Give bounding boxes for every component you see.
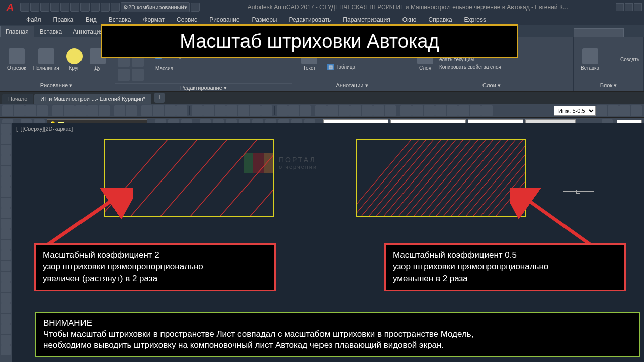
helix-icon[interactable] (1, 335, 11, 345)
tb-icon[interactable] (64, 105, 75, 116)
paste-icon[interactable] (111, 3, 120, 12)
menu-dimension[interactable]: Размеры (246, 15, 283, 25)
tb-icon[interactable] (215, 105, 226, 116)
tb-icon[interactable] (238, 105, 249, 116)
drawing-canvas[interactable]: [−][Сверху][2D-каркас] ПОРТАЛ о черчении (12, 123, 644, 362)
spline-icon[interactable] (1, 208, 11, 218)
tb-icon[interactable] (385, 105, 396, 116)
app-logo[interactable]: A (2, 0, 18, 14)
tb-icon[interactable] (25, 105, 36, 116)
make-block-icon[interactable] (1, 250, 11, 260)
tb-icon[interactable] (373, 105, 384, 116)
add-tab-button[interactable]: + (154, 93, 165, 103)
redo-icon[interactable] (126, 105, 137, 116)
print-icon[interactable] (91, 3, 100, 12)
tb-icon[interactable] (37, 105, 48, 116)
line-icon[interactable] (1, 124, 11, 134)
tb-icon[interactable] (250, 105, 261, 116)
tb-icon[interactable] (176, 105, 187, 116)
save-icon[interactable] (40, 3, 49, 12)
tb-icon[interactable] (75, 105, 87, 116)
tb-icon[interactable] (14, 105, 25, 116)
undo-icon[interactable] (114, 105, 125, 116)
tb-icon[interactable] (412, 105, 423, 116)
workspace-dropdown[interactable]: ⚙ 2D комбинированный ▾ (121, 2, 190, 12)
tb-icon[interactable] (203, 105, 214, 116)
circle-icon[interactable] (1, 187, 11, 197)
tb-icon[interactable] (350, 105, 361, 116)
wipeout-icon[interactable] (1, 324, 11, 334)
tab-home[interactable]: Главная (0, 26, 34, 37)
help-input[interactable] (574, 28, 624, 37)
polyline-icon[interactable] (1, 145, 11, 155)
menu-view[interactable]: Вид (79, 15, 103, 25)
maximize-icon[interactable] (625, 3, 633, 11)
copy-layer-props-label[interactable]: Копировать свойства слоя (439, 63, 569, 71)
viewport-label[interactable]: [−][Сверху][2D-каркас] (16, 126, 73, 132)
tb-icon[interactable] (631, 105, 642, 116)
dim-linear-icon[interactable] (277, 105, 288, 116)
arc-icon[interactable] (1, 176, 11, 187)
plot-icon[interactable] (80, 3, 90, 12)
gradient-icon[interactable] (1, 282, 11, 292)
tb-icon[interactable] (608, 105, 619, 116)
menu-insert[interactable]: Вставка (103, 15, 137, 25)
tb-icon[interactable] (226, 105, 237, 116)
qat-more-icon[interactable] (191, 3, 200, 12)
menu-parametric[interactable]: Параметризация (337, 15, 396, 25)
point-icon[interactable] (1, 261, 11, 271)
dim-style-dropdown[interactable]: Инж. 5-0.5 (554, 106, 596, 116)
tb-icon[interactable] (458, 105, 469, 116)
tb-icon[interactable] (99, 105, 110, 116)
mtext-icon[interactable] (1, 314, 11, 324)
insert-block-icon[interactable] (1, 240, 11, 250)
preview-icon[interactable] (101, 3, 110, 12)
menu-tools[interactable]: Сервис (171, 15, 203, 25)
new-icon[interactable] (20, 3, 29, 12)
draw-panel-title[interactable]: Рисование ▾ (2, 81, 111, 90)
annotation-panel-title[interactable]: Аннотации ▾ (296, 81, 408, 90)
tb-icon[interactable] (288, 105, 299, 116)
tb-icon[interactable] (619, 105, 630, 116)
tb-icon[interactable] (424, 105, 435, 116)
scale-icon[interactable] (132, 69, 144, 81)
rectangle-icon[interactable] (1, 166, 11, 176)
layers-panel-title[interactable]: Слои ▾ (412, 81, 571, 90)
menu-edit[interactable]: Правка (47, 15, 80, 25)
tb-icon[interactable] (435, 105, 446, 116)
menu-file[interactable]: Файл (20, 15, 47, 25)
insert-block-button[interactable]: Вставка (578, 47, 602, 72)
circle-button[interactable]: Круг (63, 47, 86, 72)
redo-icon[interactable] (70, 3, 79, 12)
table-label[interactable]: Таблица (336, 64, 355, 70)
ellipse-icon[interactable] (1, 219, 11, 229)
tb-icon[interactable] (261, 105, 272, 116)
donut-icon[interactable] (1, 345, 11, 355)
block-panel-title[interactable]: Блок ▾ (576, 81, 641, 90)
tb-icon[interactable] (447, 105, 458, 116)
close-icon[interactable] (634, 3, 642, 11)
polyline-button[interactable]: Полилиния (30, 47, 62, 72)
hatch-icon[interactable] (192, 105, 203, 116)
document-tab[interactable]: ИГ и Машиностроит...- Евгений Курицин* (34, 94, 151, 104)
pan-icon[interactable] (141, 105, 152, 116)
modify-panel-title[interactable]: Редактирование ▾ (115, 83, 292, 93)
tb-icon[interactable] (87, 105, 98, 116)
undo-icon[interactable] (60, 3, 69, 12)
ellipse-arc-icon[interactable] (1, 229, 11, 239)
table-icon[interactable] (1, 303, 11, 313)
tb-icon[interactable] (2, 105, 13, 116)
start-tab[interactable]: Начало (2, 94, 33, 104)
menu-format[interactable]: Формат (137, 15, 171, 25)
menu-express[interactable]: Express (458, 15, 492, 25)
menu-modify[interactable]: Редактировать (283, 15, 337, 25)
tab-insert[interactable]: Вставка (34, 26, 68, 37)
stretch-icon[interactable] (118, 69, 130, 81)
region-icon[interactable] (1, 293, 11, 303)
create-label[interactable]: Создать (603, 57, 639, 62)
tb-icon[interactable] (327, 105, 338, 116)
tb-icon[interactable] (339, 105, 350, 116)
saveas-icon[interactable] (50, 3, 59, 12)
tb-icon[interactable] (400, 105, 412, 116)
hatch-icon[interactable] (1, 272, 11, 282)
